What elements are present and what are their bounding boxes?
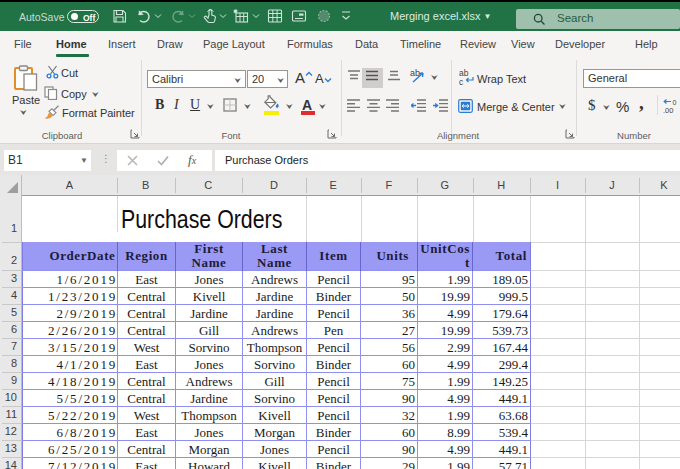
svg-text:c: c (459, 77, 464, 86)
svg-text:.00: .00 (663, 106, 673, 114)
